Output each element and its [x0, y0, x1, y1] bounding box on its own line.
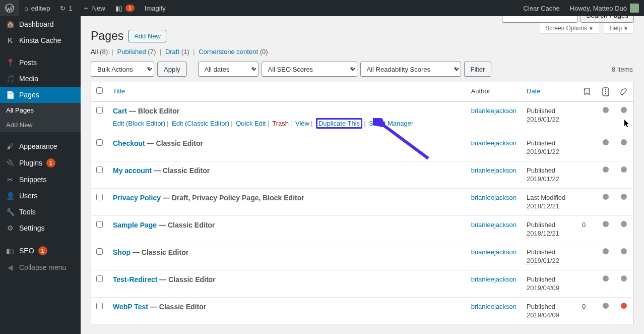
author-link[interactable]: brianleejackson	[471, 248, 517, 256]
row-checkbox[interactable]	[96, 194, 103, 200]
sidebar-pages[interactable]: 📄Pages	[0, 87, 81, 103]
sidebar-posts[interactable]: 📍Posts	[0, 54, 81, 71]
plugin-icon: 🔌	[5, 159, 15, 167]
seo-score-select[interactable]: All SEO Scores	[262, 62, 357, 77]
page-title-link[interactable]: Checkout	[113, 139, 145, 147]
page-title-link[interactable]: Test-Redirect	[113, 275, 157, 284]
add-new-button[interactable]: Add New	[128, 30, 166, 42]
bulk-action-select[interactable]: Bulk Actions	[91, 62, 154, 77]
edit-block-link[interactable]: Edit (Block Editor)	[113, 120, 165, 127]
sidebar-seo[interactable]: ▮▯SEO1	[0, 242, 81, 259]
imagify-label: Imagify	[145, 5, 166, 12]
page-title-link[interactable]: My account	[113, 166, 152, 175]
pin-icon: 📍	[5, 59, 15, 67]
seo-dot	[597, 189, 614, 216]
filter-draft[interactable]: Draft (1)	[165, 48, 189, 55]
sidebar-item-label: Appearance	[19, 142, 57, 150]
search-input[interactable]	[502, 16, 577, 23]
row-checkbox[interactable]	[96, 139, 103, 146]
sidebar-appearance[interactable]: 🖌Appearance	[0, 138, 81, 154]
sidebar-media[interactable]: 🎵Media	[0, 71, 81, 87]
row-checkbox[interactable]	[96, 303, 103, 309]
sidebar-users[interactable]: 👤Users	[0, 188, 81, 204]
page-title-link[interactable]: Privacy Policy	[113, 194, 161, 202]
imagify[interactable]: Imagify	[140, 0, 171, 16]
page-title-link[interactable]: Shop	[113, 248, 131, 256]
row-checkbox[interactable]	[96, 221, 103, 228]
script-manager-link[interactable]: Script Manager	[369, 120, 413, 127]
filter-cornerstone[interactable]: Cornerstone content (0)	[199, 48, 268, 55]
yoast[interactable]: ▮▯1	[110, 0, 140, 16]
readability-dot	[614, 189, 634, 216]
filter-button[interactable]: Filter	[464, 62, 492, 77]
post-state: — Draft, Privacy Policy Page, Block Edit…	[161, 194, 304, 202]
updates[interactable]: ↻1	[55, 0, 77, 16]
quick-edit-link[interactable]: Quick Edit	[236, 120, 266, 127]
howdy-label: Howdy, Matteo Duò	[570, 5, 627, 12]
search-pages-button[interactable]: Search Pages	[581, 16, 634, 23]
admin-sidebar: 🏠Dashboard KKinsta Cache 📍Posts 🎵Media 📄…	[0, 16, 81, 334]
table-row: Privacy Policy — Draft, Privacy Policy P…	[91, 189, 634, 216]
row-checkbox[interactable]	[96, 248, 103, 255]
th-incoming-links[interactable]	[577, 82, 597, 102]
sidebar-collapse[interactable]: ◀Collapse menu	[0, 259, 81, 275]
sidebar-all-pages[interactable]: All Pages	[0, 103, 81, 118]
site-home[interactable]: ⌂editwp	[19, 0, 55, 16]
wp-logo[interactable]	[0, 0, 19, 16]
author-link[interactable]: brianleejackson	[471, 275, 517, 283]
duplicate-link[interactable]: Duplicate This	[318, 120, 360, 127]
select-all-checkbox[interactable]	[96, 87, 103, 94]
sidebar-add-new[interactable]: Add New	[0, 118, 81, 132]
clear-cache[interactable]: Clear Cache	[519, 0, 565, 16]
th-date[interactable]: Date	[522, 82, 577, 102]
edit-classic-link[interactable]: Edit (Classic Editor)	[172, 120, 229, 127]
author-link[interactable]: brianleejackson	[471, 221, 517, 229]
screen-meta: Screen Options▼ Help▼	[537, 23, 634, 34]
sidebar-tools[interactable]: 🔧Tools	[0, 204, 81, 220]
sidebar-plugins[interactable]: 🔌Plugins1	[0, 154, 81, 172]
post-state: — Block Editor	[127, 107, 179, 115]
author-link[interactable]: brianleejackson	[471, 139, 517, 147]
page-title-link[interactable]: Sample Page	[113, 221, 157, 229]
author-link[interactable]: brianleejackson	[471, 166, 517, 174]
readability-dot	[614, 270, 634, 298]
screen-options-button[interactable]: Screen Options▼	[540, 23, 599, 34]
view-link[interactable]: View	[295, 120, 309, 127]
readability-dot	[614, 298, 634, 325]
table-row: WebP Test — Classic Editor brianleejacks…	[91, 298, 634, 325]
th-title[interactable]: Title	[108, 82, 466, 102]
yoast-icon: ▮▯	[115, 5, 122, 12]
trash-link[interactable]: Trash	[272, 120, 289, 127]
new-content[interactable]: ＋New	[78, 0, 110, 16]
author-link[interactable]: brianleejackson	[471, 303, 517, 310]
filter-published[interactable]: Published (7)	[117, 48, 156, 55]
filter-all[interactable]: All (8)	[91, 48, 108, 55]
row-checkbox[interactable]	[96, 107, 103, 114]
comments-cell	[577, 243, 597, 270]
dates-select[interactable]: All dates	[198, 62, 259, 77]
author-link[interactable]: brianleejackson	[471, 194, 517, 201]
readability-select[interactable]: All Readability Scores	[360, 62, 461, 77]
sidebar-kinsta-cache[interactable]: KKinsta Cache	[0, 32, 81, 48]
row-checkbox[interactable]	[96, 275, 103, 282]
th-seo[interactable]	[597, 82, 614, 102]
page-title-link[interactable]: WebP Test	[113, 303, 148, 311]
seo-dot	[597, 134, 614, 161]
seo-dot	[597, 298, 614, 325]
chevron-down-icon: ▼	[589, 26, 594, 31]
help-button[interactable]: Help▼	[604, 23, 634, 34]
account[interactable]: Howdy, Matteo Duò	[565, 0, 644, 16]
author-link[interactable]: brianleejackson	[471, 107, 517, 115]
update-count: 1	[69, 5, 72, 12]
post-state: — Classic Editor	[148, 303, 206, 311]
svg-point-3	[605, 91, 606, 92]
sidebar-dashboard[interactable]: 🏠Dashboard	[0, 16, 81, 32]
sidebar-settings[interactable]: ⚙Settings	[0, 220, 81, 236]
row-checkbox[interactable]	[96, 166, 103, 173]
admin-bar: ⌂editwp ↻1 ＋New ▮▯1 Imagify Clear Cache …	[0, 0, 644, 16]
th-readability[interactable]	[614, 82, 634, 102]
apply-button[interactable]: Apply	[157, 62, 187, 77]
sidebar-item-label: Settings	[19, 224, 45, 232]
page-title-link[interactable]: Cart	[113, 107, 127, 115]
sidebar-snippets[interactable]: ✂Snippets	[0, 172, 81, 188]
